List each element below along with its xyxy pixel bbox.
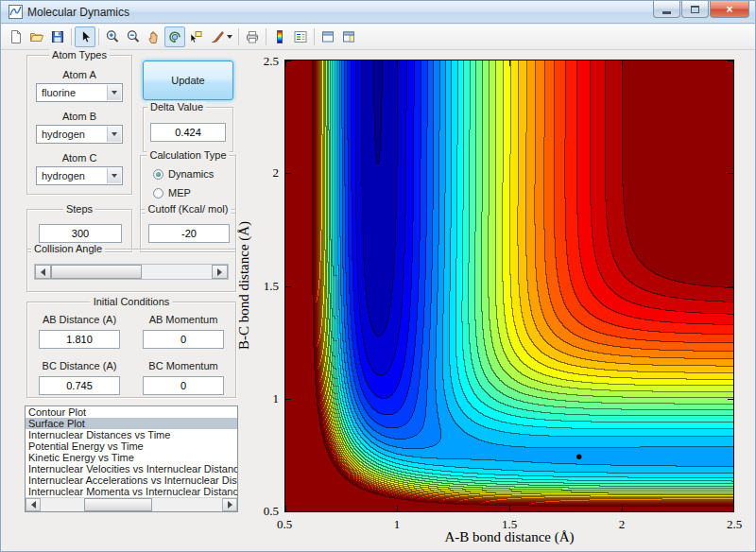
minimize-button[interactable] (653, 1, 680, 18)
cutoff-title: Cutoff (Kcal/ mol) (146, 203, 232, 216)
open-file-icon (29, 29, 44, 44)
radio-dynamics[interactable]: Dynamics (153, 168, 235, 180)
slider-right-arrow[interactable] (212, 265, 228, 279)
list-item[interactable]: Internuclear Distances vs Time (26, 429, 237, 440)
ab-distance-field[interactable] (39, 330, 120, 349)
bc-momentum-field[interactable] (143, 376, 224, 395)
radio-mep[interactable]: MEP (153, 187, 235, 198)
hide-plot-tools-icon (320, 29, 335, 44)
maximize-button[interactable] (681, 1, 709, 18)
chevron-down-icon[interactable] (107, 127, 121, 142)
y-tick-label: 2 (250, 165, 279, 181)
zoom-in-button[interactable] (102, 26, 123, 47)
save-file-icon (50, 29, 65, 44)
window-controls: × (652, 1, 749, 18)
rotate-3d-button[interactable] (164, 26, 185, 47)
delta-value-field[interactable] (150, 123, 226, 142)
insert-colorbar-button[interactable] (269, 26, 290, 47)
delta-value-panel: Delta Value (143, 107, 233, 152)
list-item[interactable]: Kinetic Energy vs Time (26, 452, 237, 463)
radio-button-icon[interactable] (153, 169, 163, 180)
initial-conditions-panel: Initial Conditions AB Distance (A) AB Mo… (26, 302, 236, 398)
x-tick-label: 0.5 (277, 517, 292, 532)
title-bar[interactable]: Molecular Dynamics × (1, 1, 755, 24)
toolbar-separator (266, 28, 266, 45)
x-tick-label: 2 (619, 517, 626, 532)
slider-left-arrow[interactable] (35, 265, 51, 279)
cutoff-panel: Cutoff (Kcal/ mol) (140, 209, 236, 252)
bc-distance-label: BC Distance (A) (43, 360, 117, 373)
atom-a-value: fluorine (42, 87, 76, 98)
ab-momentum-label: AB Momentum (149, 314, 218, 327)
list-item-selected[interactable]: Surface Plot (26, 418, 237, 429)
cutoff-field[interactable] (148, 224, 230, 243)
y-tick-label: 1 (250, 391, 279, 406)
pan-hand-button[interactable] (144, 26, 164, 47)
radio-button-icon[interactable] (153, 188, 163, 198)
maximize-icon (691, 6, 699, 13)
list-item[interactable]: Contour Plot (26, 406, 237, 418)
arrow-left-icon (31, 501, 36, 509)
x-tick-label: 2.5 (727, 517, 742, 532)
show-plot-tools-button[interactable] (338, 26, 359, 47)
radio-dynamics-label: Dynamics (168, 168, 214, 180)
brush-data-button[interactable] (206, 26, 235, 47)
print-figure-button[interactable] (242, 26, 263, 47)
app-icon (9, 5, 23, 19)
close-icon: × (726, 4, 732, 15)
atom-b-dropdown[interactable]: hydrogen (36, 125, 123, 144)
new-file-button[interactable] (6, 26, 26, 47)
data-cursor-button[interactable] (185, 26, 206, 47)
save-file-button[interactable] (47, 26, 68, 47)
zoom-out-button[interactable] (123, 26, 144, 47)
scrollbar-thumb[interactable] (84, 498, 152, 511)
legend-icon (293, 29, 308, 44)
ab-momentum-field[interactable] (143, 330, 224, 349)
scroll-left-arrow[interactable] (26, 498, 41, 511)
plot-type-listbox[interactable]: Contour Plot Surface Plot Internuclear D… (25, 405, 238, 512)
figure-toolbar (1, 25, 755, 50)
x-tick-label: 1 (394, 517, 401, 532)
listbox-horizontal-scrollbar[interactable] (26, 497, 237, 511)
insert-legend-button[interactable] (290, 26, 311, 47)
y-tick-label: 1.5 (250, 279, 279, 294)
bc-momentum-label: BC Momentum (148, 360, 217, 373)
brush-dropdown-arrow-icon[interactable] (227, 35, 232, 39)
chevron-down-icon[interactable] (107, 85, 121, 100)
arrow-right-icon (228, 501, 232, 509)
y-axis-label: B-C bond distance (Å) (236, 221, 252, 350)
edit-plot-pointer-button[interactable] (75, 26, 95, 47)
list-item[interactable]: Internuclear Velocities vs Internuclear … (26, 463, 237, 474)
show-plot-tools-icon (341, 29, 356, 44)
collision-angle-panel: Collision Angle (26, 249, 236, 292)
atom-a-dropdown[interactable]: fluorine (36, 83, 123, 102)
arrow-right-icon (217, 268, 222, 276)
brush-icon (210, 29, 225, 44)
collision-angle-slider[interactable] (34, 264, 229, 280)
update-button[interactable]: Update (143, 60, 233, 100)
atom-c-label: Atom C (62, 152, 97, 164)
steps-field[interactable] (39, 224, 122, 243)
contour-plot-canvas[interactable] (284, 60, 734, 512)
scroll-right-arrow[interactable] (222, 498, 237, 511)
minimize-icon (662, 11, 671, 14)
hide-plot-tools-button[interactable] (318, 26, 338, 47)
chevron-down-icon[interactable] (107, 168, 121, 183)
calculation-type-title: Calculation Type (146, 149, 229, 162)
rotate-3d-icon (167, 29, 182, 44)
toolbar-separator (71, 28, 72, 45)
print-icon (245, 29, 260, 44)
open-file-button[interactable] (26, 26, 47, 47)
list-item[interactable]: Potential Energy vs Time (26, 440, 237, 452)
radio-mep-label: MEP (168, 187, 191, 198)
slider-thumb[interactable] (51, 265, 142, 279)
y-tick-label: 0.5 (250, 504, 279, 519)
arrow-left-icon (41, 268, 45, 276)
atom-b-label: Atom B (62, 111, 96, 122)
list-item[interactable]: Internuclear Momenta vs Internuclear Dis… (26, 486, 237, 497)
app-window: Molecular Dynamics × (0, 0, 756, 552)
close-button[interactable]: × (710, 1, 749, 18)
bc-distance-field[interactable] (39, 376, 120, 395)
list-item[interactable]: Internuclear Accelerations vs Internucle… (26, 474, 237, 486)
atom-c-dropdown[interactable]: hydrogen (36, 166, 123, 185)
